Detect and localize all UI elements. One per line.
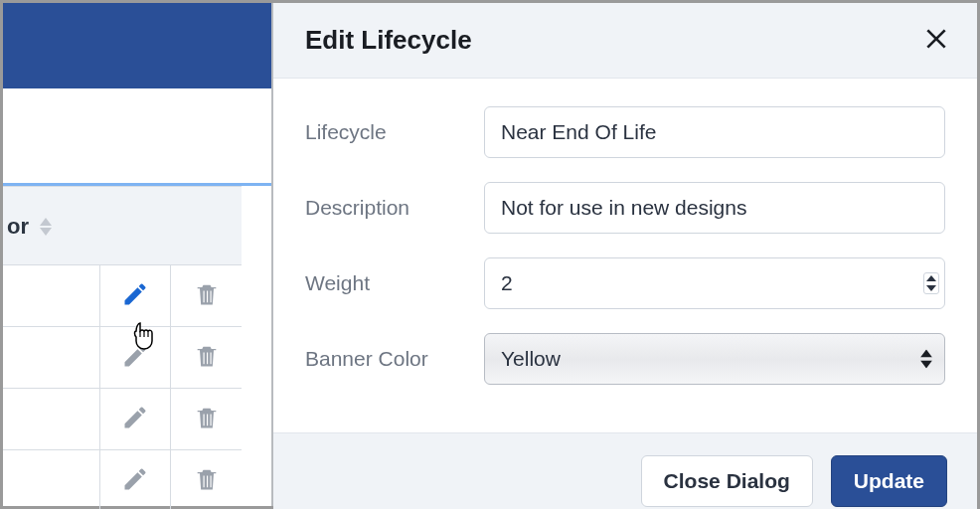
dialog-header: Edit Lifecycle: [273, 3, 977, 79]
lifecycle-input[interactable]: [484, 106, 945, 158]
description-input[interactable]: [484, 182, 945, 234]
description-label: Description: [305, 196, 484, 220]
table-row: [3, 450, 242, 509]
trash-icon[interactable]: [193, 280, 221, 312]
close-dialog-button[interactable]: Close Dialog: [641, 455, 813, 507]
edit-lifecycle-dialog: Edit Lifecycle Lifecycle Description Wei…: [273, 3, 977, 506]
edit-cell[interactable]: [100, 389, 171, 450]
close-icon[interactable]: [923, 26, 949, 56]
table-row: [3, 389, 242, 450]
trash-icon[interactable]: [193, 465, 221, 497]
delete-cell[interactable]: [171, 265, 242, 327]
banner-color-select[interactable]: Yellow: [484, 333, 945, 385]
weight-input[interactable]: [484, 257, 945, 309]
trash-icon[interactable]: [193, 404, 221, 435]
delete-cell[interactable]: [171, 450, 242, 509]
field-row-description: Description: [305, 182, 945, 234]
cell: [3, 450, 100, 509]
dialog-footer: Close Dialog Update: [273, 432, 977, 509]
field-row-banner-color: Banner Color Yellow: [305, 333, 945, 385]
update-button[interactable]: Update: [831, 455, 947, 507]
banner-color-label: Banner Color: [305, 347, 484, 371]
table-row: [3, 327, 242, 389]
step-down-icon[interactable]: [925, 284, 937, 292]
edit-cell[interactable]: [100, 265, 171, 327]
field-row-lifecycle: Lifecycle: [305, 106, 945, 158]
lifecycle-label: Lifecycle: [305, 120, 484, 144]
step-up-icon[interactable]: [925, 274, 937, 282]
table-row: [3, 265, 242, 327]
cell: [3, 389, 100, 450]
sort-icon[interactable]: [39, 218, 53, 236]
number-stepper[interactable]: [923, 272, 939, 294]
column-header-label[interactable]: or: [3, 214, 53, 240]
pencil-icon[interactable]: [121, 465, 149, 497]
pencil-icon[interactable]: [121, 280, 149, 312]
delete-cell[interactable]: [171, 327, 242, 389]
trash-icon[interactable]: [193, 342, 221, 374]
edit-cell[interactable]: [100, 450, 171, 509]
cell: [3, 265, 100, 327]
pencil-icon[interactable]: [121, 404, 149, 435]
column-header-text: or: [7, 214, 29, 240]
dialog-body: Lifecycle Description Weight Banner Col: [273, 79, 977, 432]
weight-label: Weight: [305, 271, 484, 295]
dialog-title: Edit Lifecycle: [305, 25, 472, 56]
field-row-weight: Weight: [305, 257, 945, 309]
select-arrows-icon: [920, 350, 932, 369]
cell: [3, 327, 100, 389]
actions-table: [3, 265, 242, 509]
delete-cell[interactable]: [171, 389, 242, 450]
banner-color-value: Yellow: [501, 347, 561, 371]
edit-cell[interactable]: [100, 327, 171, 389]
pencil-icon[interactable]: [121, 342, 149, 374]
